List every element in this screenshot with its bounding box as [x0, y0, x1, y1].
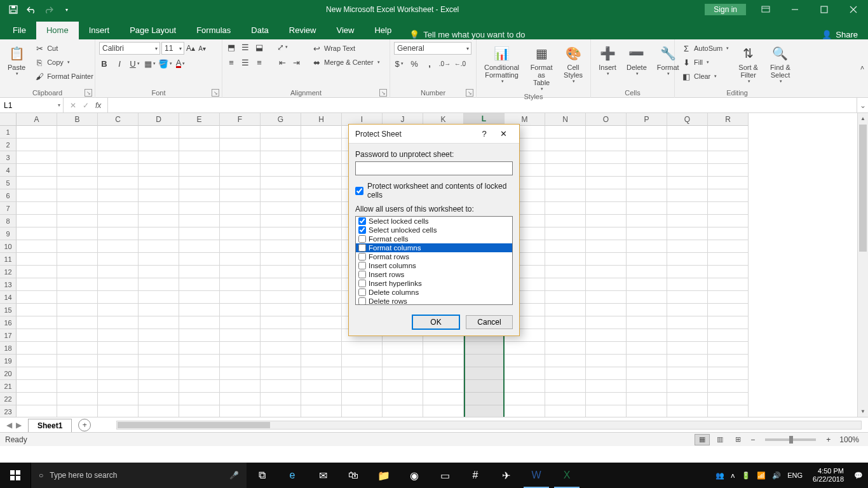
password-input[interactable] [355, 161, 513, 175]
action-center-icon[interactable]: 💬 [854, 471, 863, 480]
task-view-icon[interactable]: ⧉ [247, 463, 277, 488]
zoom-in-icon[interactable]: + [824, 435, 833, 444]
row-header[interactable]: 18 [0, 342, 17, 355]
number-format-combo[interactable]: General [394, 42, 471, 55]
scroll-up-icon[interactable]: ▲ [858, 113, 868, 124]
cancel-button[interactable]: Cancel [466, 315, 513, 329]
collapse-ribbon-icon[interactable]: ʌ [860, 64, 864, 71]
delete-cells-button[interactable]: ➖Delete▾ [623, 42, 651, 78]
align-right-icon[interactable]: ≡ [254, 57, 264, 67]
conditional-formatting-button[interactable]: 📊Conditional Formatting▾ [480, 42, 523, 85]
row-header[interactable]: 15 [0, 304, 17, 316]
zoom-out-icon[interactable]: − [748, 435, 757, 444]
cell-styles-button[interactable]: 🎨Cell Styles▾ [560, 42, 587, 85]
clock[interactable]: 4:50 PM 6/22/2018 [809, 467, 848, 484]
share-button[interactable]: 👤 Share [811, 30, 868, 39]
autosum-button[interactable]: ΣAutoSum▾ [679, 42, 731, 55]
row-header[interactable]: 4 [0, 164, 17, 177]
file-explorer-icon[interactable]: 📁 [369, 463, 399, 488]
taskbar-search[interactable]: ○ Type here to search 🎤 [31, 463, 247, 488]
permission-checkbox[interactable] [358, 262, 366, 269]
undo-icon[interactable] [23, 1, 39, 18]
slack-icon[interactable]: # [460, 463, 491, 488]
people-icon[interactable]: 👥 [715, 471, 724, 480]
protect-checkbox[interactable] [355, 187, 363, 195]
permission-checkbox[interactable] [358, 288, 366, 296]
row-header[interactable]: 2 [0, 139, 17, 151]
row-header[interactable]: 21 [0, 380, 17, 393]
font-name-combo[interactable]: Calibri [99, 42, 160, 55]
row-header[interactable]: 5 [0, 177, 17, 189]
paste-button[interactable]: 📋 Paste▾ [4, 42, 29, 78]
minimize-icon[interactable] [780, 0, 810, 19]
redo-icon[interactable] [41, 1, 57, 18]
page-break-view-icon[interactable]: ⊞ [730, 434, 745, 445]
column-header[interactable]: H [301, 113, 342, 126]
row-header[interactable]: 12 [0, 266, 17, 278]
tab-home[interactable]: Home [36, 22, 79, 39]
row-header[interactable]: 1 [0, 126, 17, 139]
permission-checkbox[interactable] [358, 271, 366, 278]
font-size-combo[interactable]: 11 [161, 42, 184, 55]
comma-icon[interactable]: , [424, 58, 435, 69]
permission-checkbox[interactable] [358, 253, 366, 261]
volume-icon[interactable]: 🔊 [772, 471, 781, 480]
dialog-launcher-icon[interactable]: ↘ [85, 89, 92, 97]
tab-insert[interactable]: Insert [79, 22, 120, 39]
qat-customize-icon[interactable]: ▾ [58, 1, 75, 18]
clear-button[interactable]: ◧Clear▾ [679, 70, 731, 83]
permission-option[interactable]: Format columns [356, 243, 512, 252]
align-left-icon[interactable]: ≡ [226, 57, 236, 67]
percent-icon[interactable]: % [409, 58, 419, 69]
permission-checkbox[interactable] [358, 297, 366, 305]
normal-view-icon[interactable]: ▦ [695, 434, 710, 445]
close-icon[interactable] [839, 0, 868, 19]
cut-button[interactable]: ✂Cut [32, 42, 96, 55]
column-header[interactable]: A [17, 113, 57, 126]
cancel-formula-icon[interactable]: ✕ [70, 101, 76, 110]
orientation-icon[interactable]: ⤢▾ [277, 42, 287, 52]
scroll-down-icon[interactable]: ▼ [858, 406, 868, 417]
column-header[interactable]: D [139, 113, 179, 126]
signin-button[interactable]: Sign in [705, 4, 746, 15]
permission-option[interactable]: Select locked cells [356, 217, 512, 226]
tab-data[interactable]: Data [241, 22, 278, 39]
insert-cells-button[interactable]: ➕Insert▾ [595, 42, 620, 78]
column-header[interactable]: G [261, 113, 301, 126]
column-header[interactable]: N [545, 113, 586, 126]
dialog-launcher-icon[interactable]: ↘ [379, 89, 387, 97]
row-header[interactable]: 8 [0, 215, 17, 227]
row-header[interactable]: 20 [0, 367, 17, 380]
ok-button[interactable]: OK [412, 315, 459, 329]
column-header[interactable]: P [627, 113, 667, 126]
decrease-decimal-icon[interactable]: ←.0 [455, 58, 465, 69]
column-header[interactable]: R [708, 113, 749, 126]
merge-center-button[interactable]: ⬌Merge & Center▾ [309, 56, 383, 69]
font-color-icon[interactable]: A▾ [175, 58, 186, 69]
tray-chevron-icon[interactable]: ʌ [731, 471, 735, 480]
edge-icon[interactable]: e [277, 463, 308, 488]
bold-icon[interactable]: B [99, 58, 109, 69]
fx-icon[interactable]: fx [95, 101, 101, 110]
tab-view[interactable]: View [326, 22, 364, 39]
language-indicator[interactable]: ENG [787, 471, 803, 479]
tab-formulas[interactable]: Formulas [186, 22, 241, 39]
help-icon[interactable]: ? [475, 129, 494, 139]
horizontal-scrollbar[interactable] [116, 421, 862, 430]
excel-icon[interactable]: X [552, 463, 582, 488]
sort-filter-button[interactable]: ⇅Sort & Filter▾ [734, 42, 763, 85]
permission-option[interactable]: Delete rows [356, 297, 512, 305]
increase-font-icon[interactable]: A▴ [186, 43, 196, 53]
telegram-icon[interactable]: ✈ [491, 463, 521, 488]
decrease-indent-icon[interactable]: ⇤ [277, 57, 287, 67]
permission-checkbox[interactable] [358, 226, 366, 234]
close-icon[interactable]: ✕ [494, 129, 513, 139]
copy-button[interactable]: ⎘Copy▾ [32, 56, 96, 69]
ribbon-options-icon[interactable] [751, 0, 780, 19]
tab-review[interactable]: Review [279, 22, 327, 39]
permission-checkbox[interactable] [358, 235, 366, 243]
decrease-font-icon[interactable]: A▾ [197, 43, 207, 53]
vertical-scrollbar[interactable]: ▲ ▼ [857, 113, 868, 417]
permission-option[interactable]: Select unlocked cells [356, 226, 512, 234]
permission-checkbox[interactable] [358, 280, 366, 287]
